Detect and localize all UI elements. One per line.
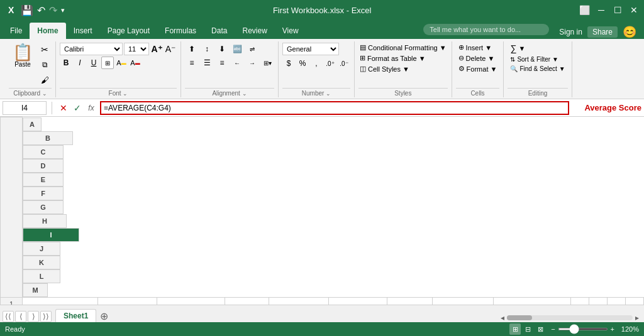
format-painter-button[interactable]: 🖌 [38, 73, 52, 87]
sort-filter-button[interactable]: ⇅ Sort & Filter ▼ [508, 55, 567, 63]
col-header-G[interactable]: G [23, 200, 64, 214]
sheet-last-button[interactable]: ⟩⟩ [40, 311, 52, 322]
col-header-E[interactable]: E [23, 173, 64, 187]
tab-data[interactable]: Data [204, 23, 235, 39]
cut-button[interactable]: ✂ [38, 43, 52, 57]
underline-button[interactable]: U [87, 57, 100, 69]
font-name-select[interactable]: Calibri [60, 43, 123, 55]
cell-K1[interactable] [589, 297, 607, 305]
cell-M1[interactable] [625, 297, 643, 305]
merge-center-button[interactable]: ⊞▾ [260, 57, 274, 69]
font-size-select[interactable]: 11 [124, 43, 149, 55]
cell-E1[interactable] [269, 297, 329, 305]
tab-page-layout[interactable]: Page Layout [100, 23, 157, 39]
tab-home[interactable]: Home [30, 23, 65, 39]
normal-view-button[interactable]: ⊞ [509, 323, 521, 335]
currency-button[interactable]: $ [282, 57, 295, 70]
bold-button[interactable]: B [60, 57, 72, 69]
cancel-formula-button[interactable]: ✕ [57, 102, 70, 114]
zoom-out-button[interactable]: − [551, 325, 555, 333]
close-button[interactable]: ✕ [629, 5, 639, 15]
tab-view[interactable]: View [275, 23, 306, 39]
text-angle-button[interactable]: 🔤 [230, 43, 244, 55]
user-avatar[interactable]: 😊 [623, 25, 636, 39]
cell-J1[interactable] [570, 297, 589, 305]
cell-reference-input[interactable] [3, 101, 47, 115]
tab-insert[interactable]: Insert [66, 23, 100, 39]
scrollbar-track[interactable] [507, 315, 633, 320]
align-right-button[interactable]: ≡ [215, 57, 229, 69]
sheet-next-button[interactable]: ⟩ [28, 311, 39, 322]
add-sheet-button[interactable]: ⊕ [97, 310, 110, 322]
cell-B1[interactable] [97, 297, 157, 305]
maximize-button[interactable]: ☐ [613, 5, 623, 15]
page-break-view-button[interactable]: ⊠ [535, 323, 546, 335]
increase-font-button[interactable]: A⁺ [150, 43, 163, 55]
confirm-formula-button[interactable]: ✓ [71, 102, 84, 114]
col-header-D[interactable]: D [23, 159, 64, 173]
fill-color-button[interactable]: A▬ [115, 57, 128, 69]
redo-icon[interactable]: ↷ [49, 4, 57, 16]
cell-C1[interactable] [157, 297, 225, 305]
formula-input[interactable] [100, 101, 569, 115]
zoom-in-button[interactable]: + [611, 325, 614, 333]
align-middle-button[interactable]: ↕ [200, 43, 214, 55]
increase-decimal-button[interactable]: .0⁺ [324, 57, 336, 70]
col-header-C[interactable]: C [23, 145, 64, 159]
cell-styles-button[interactable]: ◫ Cell Styles ▼ [358, 64, 448, 73]
col-header-A[interactable]: A [23, 117, 42, 131]
scroll-right-btn[interactable]: ▸ [635, 313, 639, 322]
wrap-text-button[interactable]: ⇌ [245, 43, 259, 55]
sign-in-link[interactable]: Sign in [559, 28, 582, 36]
cell-D1[interactable] [225, 297, 269, 305]
col-header-I[interactable]: I [23, 228, 79, 242]
comma-button[interactable]: , [310, 57, 323, 70]
sheet-first-button[interactable]: ⟨⟨ [3, 311, 14, 322]
percent-button[interactable]: % [296, 57, 309, 70]
ribbon-display-btn[interactable]: ⬜ [579, 5, 590, 15]
tab-formulas[interactable]: Formulas [157, 23, 204, 39]
format-table-button[interactable]: ⊞ Format as Table ▼ [358, 53, 448, 63]
tab-file[interactable]: File [3, 23, 30, 39]
autosum-button[interactable]: ∑ ▼ [508, 43, 567, 54]
cell-L1[interactable] [607, 297, 625, 305]
number-format-select[interactable]: General [282, 43, 339, 55]
cell-G1[interactable] [387, 297, 433, 305]
col-header-F[interactable]: F [23, 187, 64, 200]
share-button[interactable]: Share [587, 26, 618, 38]
font-color-button[interactable]: A▬ [129, 57, 142, 69]
col-header-B[interactable]: B [23, 131, 73, 145]
delete-cell-button[interactable]: ⊖ Delete ▼ [456, 53, 500, 63]
tab-review[interactable]: Review [235, 23, 274, 39]
italic-button[interactable]: I [74, 57, 86, 69]
scrollbar-thumb[interactable] [507, 315, 532, 320]
decrease-font-button[interactable]: A⁻ [164, 43, 177, 55]
align-left-button[interactable]: ≡ [185, 57, 199, 69]
sheet-prev-button[interactable]: ⟨ [15, 311, 26, 322]
paste-button[interactable]: 📋 Paste [9, 43, 36, 69]
page-layout-view-button[interactable]: ⊟ [522, 323, 533, 335]
zoom-level[interactable]: 120% [617, 325, 639, 333]
align-top-button[interactable]: ⬆ [185, 43, 199, 55]
undo-icon[interactable]: ↶ [37, 4, 45, 16]
col-header-K[interactable]: K [23, 256, 60, 269]
cell-A1[interactable] [23, 297, 98, 305]
sheet-tab-sheet1[interactable]: Sheet1 [55, 309, 96, 322]
indent-decrease-button[interactable]: ← [230, 57, 244, 69]
cell-H1[interactable] [433, 297, 494, 305]
align-center-button[interactable]: ☰ [200, 57, 214, 69]
copy-button[interactable]: ⧉ [38, 58, 52, 72]
find-select-button[interactable]: 🔍 Find & Select ▼ [508, 65, 567, 73]
indent-increase-button[interactable]: → [245, 57, 259, 69]
col-header-J[interactable]: J [23, 242, 60, 256]
align-bottom-button[interactable]: ⬇ [215, 43, 229, 55]
conditional-formatting-button[interactable]: ▤ Conditional Formatting ▼ [358, 43, 448, 52]
border-button[interactable]: ⊞ [101, 57, 114, 69]
save-icon[interactable]: 💾 [21, 4, 33, 16]
format-cell-button[interactable]: ⚙ Format ▼ [456, 64, 500, 73]
cell-I1[interactable] [494, 297, 570, 305]
scroll-left-btn[interactable]: ◂ [501, 313, 504, 322]
search-input[interactable] [423, 24, 549, 35]
zoom-slider-input[interactable] [558, 328, 608, 330]
row-num-1[interactable]: 1 [1, 297, 23, 305]
